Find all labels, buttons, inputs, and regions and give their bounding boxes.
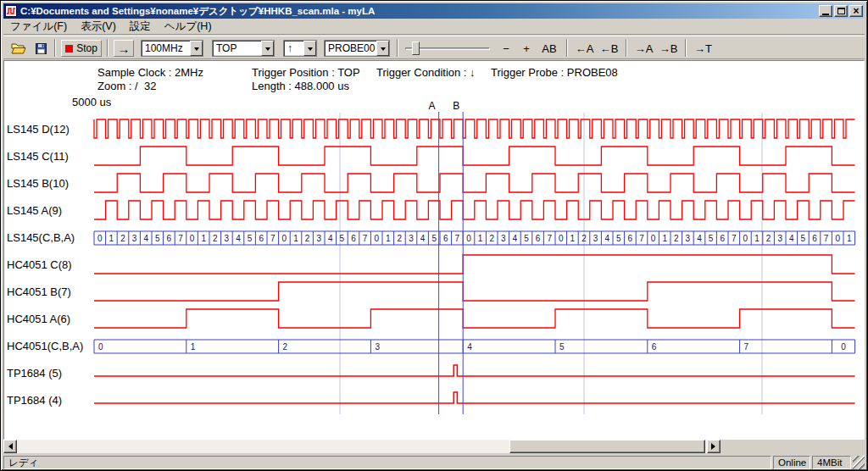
- app-window: C:¥Documents and Settings¥noname¥デスクトップ¥…: [0, 0, 868, 471]
- goto-cursor-b-right-button[interactable]: →B: [657, 40, 680, 57]
- toolbar-separator: [54, 39, 56, 57]
- probe-combobox-value: PROBE00: [325, 41, 376, 56]
- sample-clock-combobox-value: 100MHz: [142, 41, 190, 56]
- maximize-icon: [837, 8, 845, 14]
- trigger-position-combobox-button[interactable]: [261, 41, 274, 56]
- menu-view[interactable]: 表示(V): [74, 18, 123, 36]
- status-bar: レディ Online 4MBit: [3, 456, 865, 469]
- scrollbar-thumb[interactable]: [509, 440, 705, 453]
- status-memory-pane: 4MBit: [812, 456, 851, 469]
- scroll-left-button[interactable]: [3, 440, 17, 453]
- status-ready-pane: レディ: [3, 456, 771, 469]
- goto-cursor-a-right-button[interactable]: →A: [632, 40, 655, 57]
- horizontal-scrollbar[interactable]: [3, 440, 721, 453]
- trigger-edge-combobox[interactable]: ↑: [283, 40, 317, 57]
- status-online-pane: Online: [773, 456, 810, 469]
- scroll-right-icon: [711, 443, 719, 450]
- scroll-right-button[interactable]: [707, 440, 721, 453]
- maximize-button[interactable]: [834, 5, 848, 17]
- goto-cursor-b-left-button[interactable]: ←B: [598, 40, 620, 57]
- probe-combobox-button[interactable]: [376, 41, 389, 56]
- toolbar-separator: [566, 39, 568, 57]
- chevron-down-icon: [265, 47, 270, 53]
- stop-button[interactable]: Stop: [61, 40, 102, 57]
- goto-trigger-button[interactable]: →T: [692, 40, 715, 57]
- trigger-edge-combobox-button[interactable]: [303, 41, 316, 56]
- window-title: C:¥Documents and Settings¥noname¥デスクトップ¥…: [20, 5, 817, 18]
- title-bar: C:¥Documents and Settings¥noname¥デスクトップ¥…: [3, 3, 865, 19]
- app-icon: [5, 5, 17, 17]
- status-online-text: Online: [778, 457, 806, 468]
- scroll-left-icon: [5, 443, 13, 450]
- toolbar-separator: [107, 39, 108, 57]
- ab-button[interactable]: AB: [537, 40, 561, 57]
- sample-clock-combobox[interactable]: 100MHz: [141, 40, 203, 57]
- goto-cursor-a-left-button[interactable]: ←A: [573, 40, 596, 57]
- trigger-position-combobox[interactable]: TOP: [212, 40, 275, 57]
- chevron-down-icon: [381, 47, 386, 53]
- trigger-edge-combobox-value: ↑: [284, 41, 303, 56]
- zoom-slider-thumb[interactable]: [412, 42, 420, 55]
- trigger-position-combobox-value: TOP: [213, 41, 261, 56]
- save-floppy-icon: [36, 43, 47, 54]
- stop-button-label: Stop: [76, 42, 97, 54]
- zoom-in-button[interactable]: +: [517, 40, 536, 57]
- scrollbar-track[interactable]: [17, 440, 707, 453]
- open-folder-icon: [11, 43, 26, 54]
- zoom-out-button[interactable]: −: [497, 40, 515, 57]
- chevron-down-icon: [194, 47, 199, 53]
- minimize-button[interactable]: [819, 5, 832, 17]
- run-arrow-icon: →: [118, 42, 131, 56]
- status-ready-text: レディ: [8, 457, 38, 469]
- chevron-down-icon: [308, 47, 313, 53]
- minimize-icon: [822, 14, 829, 15]
- close-icon: ×: [853, 7, 859, 15]
- toolbar-separator: [626, 39, 627, 57]
- status-memory-text: 4MBit: [817, 457, 842, 468]
- toolbar: Stop → 100MHz TOP ↑ PROBE00 − + AB: [3, 36, 865, 59]
- menu-help[interactable]: ヘルプ(H): [158, 18, 219, 36]
- open-file-button[interactable]: [8, 40, 29, 57]
- run-button[interactable]: →: [114, 40, 134, 57]
- toolbar-separator: [685, 39, 687, 57]
- sample-clock-combobox-button[interactable]: [190, 41, 203, 56]
- stop-square-icon: [65, 45, 73, 53]
- menu-file[interactable]: ファイル(F): [3, 18, 74, 36]
- save-file-button[interactable]: [31, 40, 51, 57]
- toolbar-separator: [397, 39, 398, 57]
- zoom-slider[interactable]: [405, 40, 490, 57]
- probe-combobox[interactable]: PROBE00: [324, 40, 390, 57]
- menu-settings[interactable]: 設定: [123, 18, 158, 36]
- resize-grip[interactable]: [853, 456, 865, 469]
- waveform-client-area: [3, 60, 865, 440]
- menu-bar: ファイル(F) 表示(V) 設定 ヘルプ(H): [3, 19, 865, 35]
- close-button[interactable]: ×: [849, 5, 863, 17]
